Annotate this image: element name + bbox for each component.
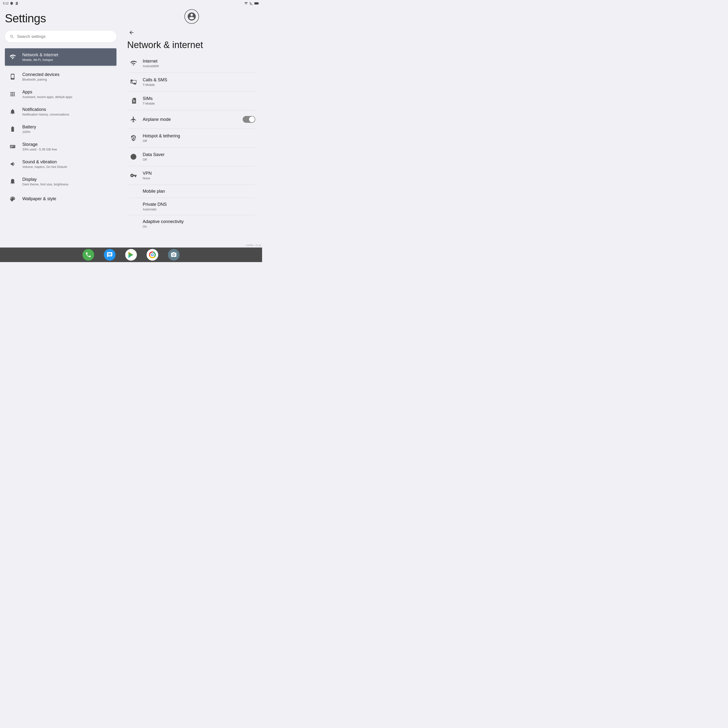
sidebar-item-wallpaper[interactable]: Wallpaper & style [5, 190, 116, 208]
hotspot-icon [128, 133, 139, 144]
display-title: Display [22, 177, 113, 182]
sidebar-item-sound[interactable]: Sound & vibration Volume, haptics, Do No… [5, 155, 116, 173]
adaptive-title: Adaptive connectivity [143, 219, 255, 224]
signal-icon [249, 2, 253, 5]
wifi-icon [8, 52, 17, 62]
sidebar-item-apps[interactable]: Apps Assistant, recent apps, default app… [5, 86, 116, 103]
network-item-mobileplan[interactable]: Mobile plan [126, 185, 257, 198]
svg-point-7 [151, 254, 153, 255]
calls-subtitle: T-Mobile [143, 83, 255, 87]
left-panel: Settings Network & internet Mobile, Wi-F… [0, 7, 121, 248]
network-item-privatedns[interactable]: Private DNS Automatic [126, 198, 257, 215]
sidebar-item-display[interactable]: Display Dark theme, font size, brightnes… [5, 173, 116, 190]
search-icon [10, 34, 14, 39]
avatar[interactable] [184, 9, 199, 24]
datasaver-title: Data Saver [143, 152, 255, 157]
apps-title: Apps [22, 90, 113, 95]
hotspot-subtitle: Off [143, 139, 255, 143]
sound-icon [8, 159, 17, 169]
nav-chrome-button[interactable] [147, 249, 158, 261]
sims-subtitle: T-Mobile [143, 102, 255, 105]
network-item-subtitle: Mobile, Wi-Fi, hotspot [22, 58, 113, 62]
sims-icon [128, 95, 139, 106]
apps-icon [8, 89, 17, 99]
wifi-status-icon [244, 2, 248, 5]
battery-title: Battery [22, 124, 113, 130]
sidebar-item-battery[interactable]: Battery 100% [5, 120, 116, 138]
watermark: ©SDN每一代/值 [246, 244, 261, 247]
apps-subtitle: Assistant, recent apps, default apps [22, 95, 113, 99]
avatar-area [126, 7, 257, 25]
mobileplan-title: Mobile plan [143, 189, 255, 194]
status-time: 5:12 [3, 2, 9, 5]
network-item-sims[interactable]: SIMs T-Mobile [126, 92, 257, 110]
nav-phone-button[interactable] [83, 249, 94, 261]
shield-icon [10, 2, 13, 5]
vpn-title: VPN [143, 171, 255, 176]
privatedns-title: Private DNS [143, 202, 255, 207]
nav-play-button[interactable] [125, 249, 137, 261]
network-item-title: Network & internet [22, 52, 113, 58]
network-item-internet[interactable]: Internet AndroidWifi [126, 54, 257, 73]
calls-icon [128, 77, 139, 87]
adaptive-subtitle: On [143, 225, 255, 228]
main-container: Settings Network & internet Mobile, Wi-F… [0, 7, 262, 248]
right-panel-title: Network & internet [127, 40, 257, 50]
battery-subtitle: 100% [22, 130, 113, 134]
sidebar-item-notifications[interactable]: Notifications Notification history, conv… [5, 103, 116, 120]
nav-messages-button[interactable] [104, 249, 116, 261]
connected-subtitle: Bluetooth, pairing [22, 78, 113, 81]
wallpaper-icon [8, 194, 17, 204]
sidebar-item-connected-devices[interactable]: Connected devices Bluetooth, pairing [5, 68, 116, 86]
network-item-hotspot[interactable]: Hotspot & tethering Off [126, 129, 257, 147]
devices-icon [8, 72, 17, 81]
hotspot-title: Hotspot & tethering [143, 133, 255, 139]
network-item-adaptive[interactable]: Adaptive connectivity On [126, 215, 257, 232]
network-item-calls[interactable]: Calls & SMS T-Mobile [126, 73, 257, 91]
internet-subtitle: AndroidWifi [143, 64, 255, 68]
calls-title: Calls & SMS [143, 77, 255, 83]
privatedns-subtitle: Automatic [143, 208, 255, 211]
sidebar-item-storage[interactable]: Storage 33% used - 5.39 GB free [5, 138, 116, 155]
display-subtitle: Dark theme, font size, brightness [22, 182, 113, 186]
notifications-title: Notifications [22, 107, 113, 112]
back-button[interactable] [126, 27, 137, 38]
right-panel: Network & internet Internet AndroidWifi [121, 7, 262, 248]
bell-icon [8, 107, 17, 116]
airplane-title: Airplane mode [143, 117, 243, 122]
datasaver-icon [128, 151, 139, 162]
bottom-nav [0, 248, 262, 262]
internet-title: Internet [143, 59, 255, 64]
sims-title: SIMs [143, 96, 255, 101]
divider-1 [5, 67, 116, 67]
notifications-subtitle: Notification history, conversations [22, 113, 113, 116]
network-item-airplane[interactable]: Airplane mode [126, 110, 257, 128]
battery-status-icon [254, 2, 259, 5]
display-icon [8, 177, 17, 187]
status-bar-left: 5:12 [3, 2, 18, 5]
vpn-subtitle: None [143, 176, 255, 180]
status-bar: 5:12 [0, 0, 262, 7]
vpn-icon [128, 170, 139, 181]
internet-icon [128, 58, 139, 69]
nav-camera-button[interactable] [168, 249, 180, 261]
sound-subtitle: Volume, haptics, Do Not Disturb [22, 165, 113, 169]
sim-icon [15, 2, 18, 5]
search-bar[interactable] [5, 31, 116, 43]
airplane-icon [128, 114, 139, 125]
status-bar-right [244, 2, 259, 5]
network-item-datasaver[interactable]: Data Saver Off [126, 148, 257, 166]
storage-title: Storage [22, 142, 113, 147]
sidebar-item-network[interactable]: Network & internet Mobile, Wi-Fi, hotspo… [5, 48, 116, 66]
storage-subtitle: 33% used - 5.39 GB free [22, 148, 113, 151]
search-input[interactable] [17, 34, 112, 39]
settings-title: Settings [5, 12, 116, 25]
datasaver-subtitle: Off [143, 158, 255, 161]
storage-icon [8, 142, 17, 151]
battery-icon [8, 124, 17, 134]
network-item-vpn[interactable]: VPN None [126, 166, 257, 185]
sound-title: Sound & vibration [22, 159, 113, 165]
airplane-toggle[interactable] [243, 116, 255, 123]
svg-rect-2 [255, 3, 258, 4]
right-panel-header [126, 25, 257, 38]
